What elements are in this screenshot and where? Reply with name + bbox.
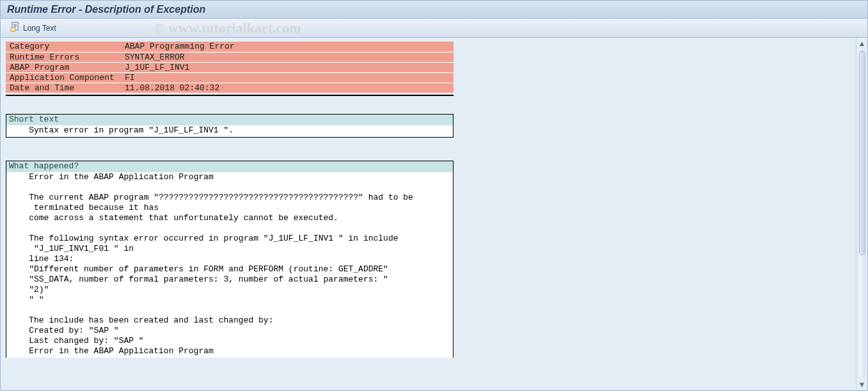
short-text-header: Short text [6,115,453,125]
table-row: Category ABAP Programming Error [6,42,454,52]
short-text-block: Short text Syntax error in program "J_1U… [6,114,454,138]
table-row: Date and Time 11.08.2018 02:40:32 [6,83,454,93]
table-row: Application Component FI [6,72,454,83]
summary-value: ABAP Programming Error [121,42,454,52]
toolbar: Long Text © www.tutorialkart.com [1,19,867,38]
summary-label: Date and Time [6,83,121,93]
scroll-down-arrow-icon[interactable]: ▼ [858,380,867,389]
watermark-text: © www.tutorialkart.com [154,20,301,36]
summary-value: 11.08.2018 02:40:32 [121,83,454,93]
what-happened-header: What happened? [6,161,453,172]
short-text-body: Syntax error in program "J_1UF_LF_INV1 "… [6,125,453,137]
runtime-error-window: Runtime Error - Description of Exception… [0,0,868,391]
summary-value: J_1UF_LF_INV1 [121,62,454,72]
page-title: Runtime Error - Description of Exception [7,4,205,15]
content-area: Category ABAP Programming Error Runtime … [1,38,856,390]
scroll-thumb[interactable] [859,51,865,255]
long-text-button[interactable]: Long Text [6,20,61,36]
what-happened-body: Error in the ABAP Application Program Th… [6,172,453,358]
scroll-up-arrow-icon[interactable]: ▲ [858,39,867,48]
content-wrapper: Category ABAP Programming Error Runtime … [1,38,867,390]
summary-divider [6,95,454,96]
scroll-track[interactable] [859,51,865,378]
summary-value: SYNTAX_ERROR [121,52,454,62]
what-happened-block: What happened? Error in the ABAP Applica… [6,161,454,358]
summary-label: Runtime Errors [6,52,121,62]
error-summary-table: Category ABAP Programming Error Runtime … [6,42,454,93]
table-row: Runtime Errors SYNTAX_ERROR [6,52,454,62]
summary-label: ABAP Program [6,62,121,72]
titlebar: Runtime Error - Description of Exception [1,1,867,19]
svg-rect-4 [11,28,15,31]
document-icon [10,22,20,34]
vertical-scrollbar[interactable]: ▲ ▼ [856,38,867,390]
summary-label: Application Component [6,72,121,83]
summary-label: Category [6,42,121,52]
table-row: ABAP Program J_1UF_LF_INV1 [6,62,454,72]
summary-value: FI [121,72,454,83]
long-text-label: Long Text [23,24,56,33]
